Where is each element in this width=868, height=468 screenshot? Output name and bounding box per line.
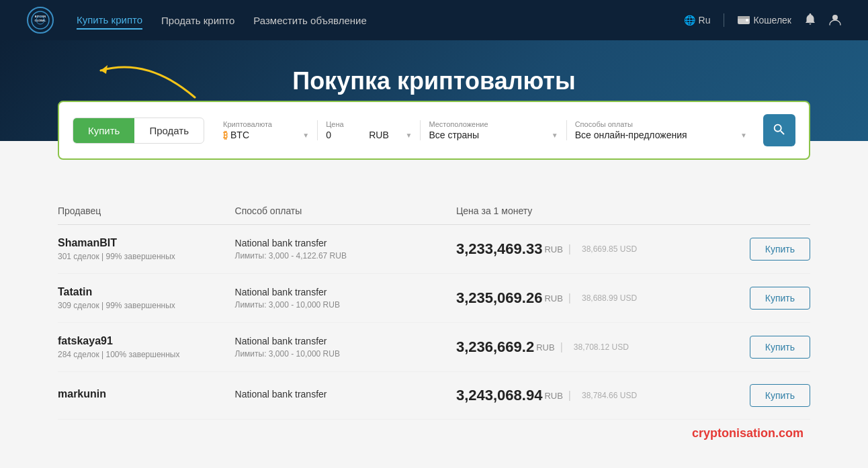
payment-method: National bank transfer [235, 238, 456, 248]
buy-button[interactable]: Купить [750, 336, 810, 359]
price-value-row: RUB ▼ [326, 130, 412, 140]
wallet-link[interactable]: Кошелек [738, 15, 791, 26]
seller-info: Tatatin 309 сделок | 99% завершенных [58, 286, 235, 310]
user-icon [829, 13, 841, 28]
table-row: ShamanBIT 301 сделок | 99% завершенных N… [58, 225, 810, 274]
price-info: 3,236,669.2 RUB | 38,708.12 USD [456, 338, 722, 356]
svg-rect-5 [738, 16, 750, 19]
seller-name: markunin [58, 388, 235, 400]
buy-button[interactable]: Купить [750, 384, 810, 407]
crypto-field[interactable]: Криптовалюта ₿ BTC ▼ [215, 120, 318, 140]
payment-limits: Лимиты: 3,000 - 10,000 RUB [235, 349, 456, 359]
crypto-caret: ▼ [302, 132, 309, 139]
action-cell: Купить [722, 384, 810, 407]
price-currency: RUB [369, 130, 389, 140]
table-row: Tatatin 309 сделок | 99% завершенных Nat… [58, 274, 810, 323]
seller-stats: 301 сделок | 99% завершенных [58, 252, 235, 261]
payment-label: Способы оплаты [575, 120, 747, 128]
action-cell: Купить [722, 336, 810, 359]
crypto-label: Криптовалюта [223, 120, 309, 128]
main-header: BITCOIN GLOBAL Купить крипто Продать кри… [0, 0, 868, 40]
price-input[interactable] [326, 130, 366, 140]
col-price: Цена за 1 монету [456, 205, 722, 216]
language-label: Ru [699, 15, 711, 26]
price-usd: 38,708.12 USD [574, 342, 629, 352]
price-currency: RUB [536, 342, 554, 353]
price-main: 3,243,068.94 [456, 387, 542, 404]
payment-method: National bank transfer [235, 389, 456, 400]
price-currency: RUB [544, 391, 562, 401]
price-info: 3,233,469.33 RUB | 38,669.85 USD [456, 240, 722, 258]
price-field[interactable]: Цена RUB ▼ [318, 120, 421, 140]
nav-place-ad[interactable]: Разместить объявление [253, 12, 366, 29]
main-content: Продавец Способ оплаты Цена за 1 монету … [51, 200, 817, 440]
table-row: markunin National bank transfer 3,243,06… [58, 372, 810, 420]
sell-tab[interactable]: Продать [134, 118, 204, 143]
watermark: cryptonisation.com [58, 426, 810, 440]
payment-method: National bank transfer [235, 287, 456, 297]
seller-name: Tatatin [58, 286, 235, 298]
price-currency: RUB [544, 244, 562, 254]
buy-tab[interactable]: Купить [73, 118, 134, 143]
price-main: 3,236,669.2 [456, 338, 534, 356]
payment-info: National bank transfer [235, 389, 456, 402]
location-value: Все страны ▼ [429, 130, 558, 140]
search-icon [772, 122, 787, 139]
location-field[interactable]: Местоположение Все страны ▼ [421, 120, 566, 140]
location-label: Местоположение [429, 120, 558, 128]
page-title: Покупка криптовалюты [27, 67, 841, 95]
seller-name: ShamanBIT [58, 237, 235, 249]
action-cell: Купить [722, 287, 810, 310]
btc-icon: ₿ [223, 130, 228, 140]
wallet-icon [738, 15, 750, 26]
price-info: 3,235,069.26 RUB | 38,688.99 USD [456, 289, 722, 307]
seller-info: fatskaya91 284 сделок | 100% завершенных [58, 335, 235, 359]
svg-point-6 [746, 19, 748, 21]
hero-section: Покупка криптовалюты Купить Продать Крип… [0, 40, 868, 180]
globe-icon: 🌐 [684, 15, 695, 26]
price-main: 3,233,469.33 [456, 240, 542, 258]
seller-stats: 309 сделок | 99% завершенных [58, 301, 235, 310]
payment-field[interactable]: Способы оплаты Все онлайн-предложения ▼ [567, 120, 755, 140]
svg-point-7 [832, 15, 838, 20]
col-seller: Продавец [58, 205, 235, 216]
location-caret: ▼ [552, 132, 558, 139]
price-currency: RUB [544, 293, 562, 303]
payment-info: National bank transfer Лимиты: 3,000 - 1… [235, 336, 456, 359]
seller-stats: 284 сделок | 100% завершенных [58, 350, 235, 359]
price-usd: 38,688.99 USD [582, 293, 637, 303]
table-header: Продавец Способ оплаты Цена за 1 монету [58, 200, 810, 225]
payment-limits: Лимиты: 3,000 - 10,000 RUB [235, 300, 456, 310]
buy-button[interactable]: Купить [750, 287, 810, 310]
nav-sell-crypto[interactable]: Продать крипто [161, 12, 234, 29]
logo-icon: BITCOIN GLOBAL [27, 7, 54, 34]
price-label: Цена [326, 120, 412, 128]
wallet-label: Кошелек [753, 15, 791, 26]
table-row: fatskaya91 284 сделок | 100% завершенных… [58, 323, 810, 372]
header-right: 🌐 Ru Кошелек [684, 13, 841, 28]
payment-info: National bank transfer Лимиты: 3,000 - 4… [235, 238, 456, 261]
price-usd: 38,784.66 USD [582, 391, 637, 400]
payment-info: National bank transfer Лимиты: 3,000 - 1… [235, 287, 456, 310]
col-payment: Способ оплаты [235, 205, 456, 216]
buy-button[interactable]: Купить [750, 238, 810, 261]
currency-caret: ▼ [405, 132, 412, 139]
bell-icon [805, 13, 816, 28]
logo[interactable]: BITCOIN GLOBAL [27, 7, 54, 34]
payment-limits: Лимиты: 3,000 - 4,122.67 RUB [235, 251, 456, 261]
main-nav: Купить крипто Продать крипто Разместить … [77, 11, 367, 30]
notifications-button[interactable] [805, 13, 816, 28]
nav-buy-crypto[interactable]: Купить крипто [77, 11, 142, 30]
language-selector[interactable]: 🌐 Ru [684, 15, 711, 26]
seller-name: fatskaya91 [58, 335, 235, 347]
seller-info: markunin [58, 388, 235, 403]
header-divider [724, 13, 724, 27]
buy-sell-tabs: Купить Продать [73, 118, 204, 144]
search-button[interactable] [763, 114, 795, 146]
price-info: 3,243,068.94 RUB | 38,784.66 USD [456, 387, 722, 404]
search-bar: Купить Продать Криптовалюта ₿ BTC ▼ Цена… [58, 101, 810, 160]
col-action [722, 205, 810, 216]
price-main: 3,235,069.26 [456, 289, 542, 307]
crypto-value: ₿ BTC ▼ [223, 130, 309, 140]
user-button[interactable] [829, 13, 841, 28]
